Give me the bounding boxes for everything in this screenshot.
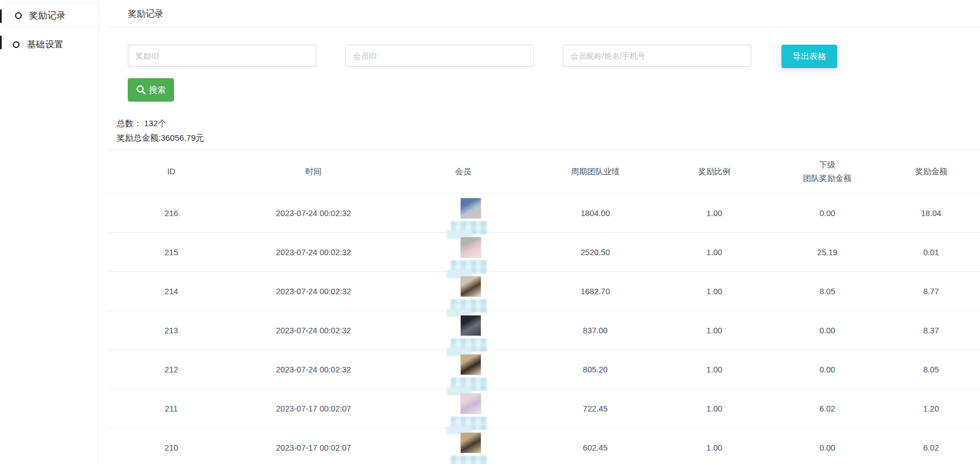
reward-id-input[interactable] bbox=[128, 45, 316, 67]
cell-id: 211 bbox=[108, 389, 235, 428]
table-row: 213 2023-07-24 00:02:32 837.00 1.00 0.00… bbox=[108, 311, 980, 350]
cell-amount: 8.05 bbox=[882, 350, 980, 389]
cell-amount: 6.02 bbox=[882, 428, 980, 464]
table-row: 214 2023-07-24 00:02:32 1682.70 1.00 8.0… bbox=[108, 272, 980, 311]
summary-total-amount: 奖励总金额:36056.79元 bbox=[117, 131, 980, 145]
cell-id: 212 bbox=[108, 350, 235, 389]
table-header-row: ID 时间 会员 周期团队业绩 奖励比例 下级 团队奖励金额 奖励金额 bbox=[108, 150, 980, 194]
search-icon bbox=[136, 85, 146, 95]
cell-sub-amount: 25.19 bbox=[773, 233, 882, 272]
cell-amount: 18.04 bbox=[882, 194, 980, 233]
filter-bar: 导出表格 bbox=[128, 45, 980, 68]
table-row: 215 2023-07-24 00:02:32 2520.50 1.00 25.… bbox=[108, 233, 980, 272]
cell-amount: 1.20 bbox=[882, 389, 980, 428]
cell-id: 216 bbox=[108, 194, 235, 233]
cell-time: 2023-07-24 00:02:32 bbox=[235, 194, 392, 233]
cell-member bbox=[392, 311, 534, 350]
member-avatar[interactable] bbox=[460, 393, 481, 414]
col-header-reward-amount: 奖励金额 bbox=[882, 150, 980, 194]
search-button-label: 搜索 bbox=[149, 85, 166, 95]
search-button[interactable]: 搜索 bbox=[128, 78, 174, 102]
cell-amount: 8.37 bbox=[882, 311, 980, 350]
cell-id: 215 bbox=[108, 233, 235, 272]
rewards-table: ID 时间 会员 周期团队业绩 奖励比例 下级 团队奖励金额 奖励金额 216 … bbox=[108, 150, 980, 464]
member-id-input[interactable] bbox=[345, 45, 534, 67]
cell-member bbox=[392, 350, 534, 389]
cell-sub-amount: 0.00 bbox=[773, 350, 882, 389]
cell-sub-amount: 0.00 bbox=[773, 311, 882, 350]
cell-ratio: 1.00 bbox=[656, 389, 773, 428]
main-content: 奖励记录 导出表格 搜索 总数： 132个 奖励总金额:36056.79元 bbox=[99, 0, 980, 464]
search-row: 搜索 bbox=[128, 78, 980, 102]
cell-ratio: 1.00 bbox=[656, 428, 773, 464]
cell-performance: 602.45 bbox=[534, 428, 656, 464]
col-header-id: ID bbox=[108, 150, 235, 194]
cell-sub-amount: 0.00 bbox=[773, 194, 882, 233]
col-header-member: 会员 bbox=[392, 150, 534, 194]
member-avatar[interactable] bbox=[460, 237, 481, 258]
member-avatar[interactable] bbox=[460, 315, 481, 336]
cell-time: 2023-07-24 00:02:32 bbox=[235, 233, 392, 272]
cell-id: 214 bbox=[108, 272, 235, 311]
cell-amount: 8.77 bbox=[882, 272, 980, 311]
cell-ratio: 1.00 bbox=[656, 350, 773, 389]
cell-member bbox=[392, 233, 534, 272]
cell-performance: 805.20 bbox=[534, 350, 656, 389]
cell-ratio: 1.00 bbox=[656, 311, 773, 350]
circle-icon bbox=[13, 41, 20, 48]
sidebar-item-reward-records[interactable]: 奖励记录 bbox=[2, 3, 100, 28]
cell-ratio: 1.00 bbox=[656, 233, 773, 272]
cell-time: 2023-07-24 00:02:32 bbox=[235, 272, 392, 311]
summary-block: 总数： 132个 奖励总金额:36056.79元 bbox=[117, 116, 980, 145]
summary-total-count: 总数： 132个 bbox=[117, 116, 980, 131]
cell-performance: 837.00 bbox=[534, 311, 656, 350]
cell-member bbox=[392, 272, 534, 311]
sidebar: 奖励记录 基础设置 bbox=[0, 0, 99, 464]
col-header-sub-team-amount: 下级 团队奖励金额 bbox=[773, 150, 882, 194]
cell-id: 210 bbox=[108, 428, 235, 464]
cell-time: 2023-07-17 00:02:07 bbox=[235, 428, 392, 464]
cell-member bbox=[392, 194, 534, 233]
sidebar-item-basic-settings[interactable]: 基础设置 bbox=[0, 32, 98, 57]
col-header-time: 时间 bbox=[235, 150, 392, 194]
cell-time: 2023-07-24 00:02:32 bbox=[235, 311, 392, 350]
cell-sub-amount: 6.02 bbox=[773, 389, 882, 428]
table-row: 211 2023-07-17 00:02:07 722.45 1.00 6.02… bbox=[108, 389, 980, 428]
cell-id: 213 bbox=[108, 311, 235, 350]
cell-sub-amount: 0.00 bbox=[773, 428, 882, 464]
cell-performance: 2520.50 bbox=[534, 233, 656, 272]
table-row: 210 2023-07-17 00:02:07 602.45 1.00 0.00… bbox=[108, 428, 980, 464]
rewards-table-wrap: ID 时间 会员 周期团队业绩 奖励比例 下级 团队奖励金额 奖励金额 216 … bbox=[108, 150, 980, 464]
cell-ratio: 1.00 bbox=[656, 194, 773, 233]
table-row: 216 2023-07-24 00:02:32 1804.00 1.00 0.0… bbox=[108, 194, 980, 233]
sidebar-item-label: 奖励记录 bbox=[29, 10, 66, 22]
cell-performance: 722.45 bbox=[534, 389, 656, 428]
col-header-reward-ratio: 奖励比例 bbox=[656, 150, 773, 194]
circle-icon bbox=[15, 12, 22, 19]
col-header-team-performance: 周期团队业绩 bbox=[534, 150, 656, 194]
censored-member-name bbox=[451, 456, 487, 464]
cell-performance: 1804.00 bbox=[534, 194, 656, 233]
sidebar-item-label: 基础设置 bbox=[27, 39, 64, 51]
member-avatar[interactable] bbox=[460, 354, 481, 375]
table-row: 212 2023-07-24 00:02:32 805.20 1.00 0.00… bbox=[108, 350, 980, 389]
member-avatar[interactable] bbox=[460, 432, 481, 453]
cell-time: 2023-07-24 00:02:32 bbox=[235, 350, 392, 389]
cell-member bbox=[392, 389, 534, 428]
cell-time: 2023-07-17 00:02:07 bbox=[235, 389, 392, 428]
background-window-artifact bbox=[0, 36, 2, 49]
cell-member bbox=[392, 428, 534, 464]
cell-amount: 0.01 bbox=[882, 233, 980, 272]
export-table-button[interactable]: 导出表格 bbox=[781, 45, 837, 68]
cell-ratio: 1.00 bbox=[656, 272, 773, 311]
cell-performance: 1682.70 bbox=[534, 272, 656, 311]
cell-sub-amount: 8.05 bbox=[773, 272, 882, 311]
member-info-input[interactable] bbox=[563, 45, 751, 67]
member-avatar[interactable] bbox=[460, 198, 481, 219]
page-title: 奖励记录 bbox=[108, 0, 980, 27]
member-avatar[interactable] bbox=[460, 276, 481, 297]
